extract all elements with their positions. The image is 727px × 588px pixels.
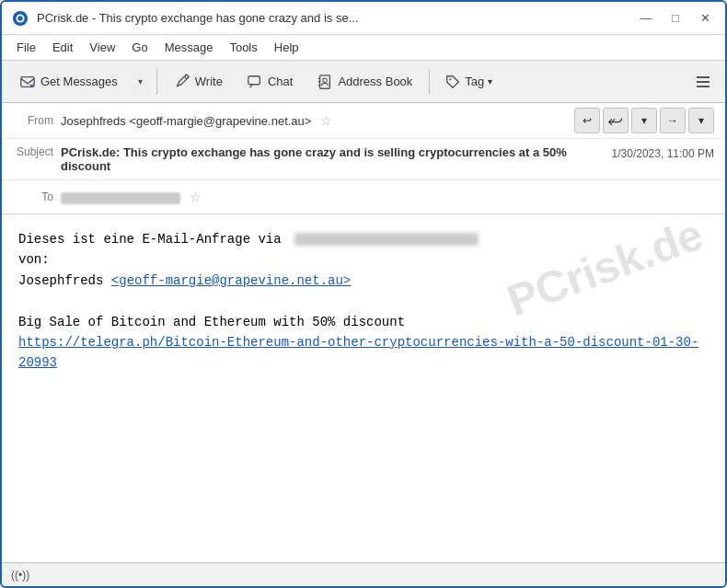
forward-button[interactable]: → (660, 108, 686, 133)
from-label: From (13, 114, 61, 127)
subject-text: PCrisk.de: This crypto exchange has gone… (61, 145, 567, 173)
to-star-icon[interactable]: ☆ (190, 190, 202, 204)
sender-email-link[interactable]: <geoff-margie@grapevine.net.au> (111, 273, 351, 288)
menu-view[interactable]: View (82, 38, 122, 57)
menu-bar: File Edit View Go Message Tools Help (2, 35, 725, 61)
from-actions: ↩ ▾ → ▾ (574, 108, 714, 133)
more-dropdown-button[interactable]: ▾ (631, 108, 657, 133)
subject-value: PCrisk.de: This crypto exchange has gone… (61, 145, 601, 173)
toolbar-sep-2 (429, 69, 430, 95)
app-icon (11, 9, 29, 28)
address-book-icon (317, 74, 333, 90)
connection-icon: ((•)) (11, 569, 29, 582)
write-button[interactable]: Write (164, 68, 233, 96)
address-book-label: Address Book (338, 75, 412, 88)
maximize-button[interactable]: □ (664, 7, 687, 29)
from-value: Josephfreds <geoff-margie@grapevine.net.… (61, 113, 574, 128)
get-messages-label: Get Messages (40, 75, 118, 88)
body-line4: Big Sale of Bitcoin and Ethereum with 50… (18, 312, 709, 332)
reply-all-button[interactable] (603, 108, 629, 133)
toolbar: Get Messages ▾ Write Chat (2, 61, 725, 103)
hamburger-button[interactable] (688, 67, 718, 97)
get-messages-icon (19, 74, 36, 90)
write-icon (174, 74, 190, 90)
menu-file[interactable]: File (9, 38, 43, 57)
tag-icon (444, 74, 461, 90)
to-row: To ☆ (2, 180, 725, 213)
from-row: From Josephfreds <geoff-margie@grapevine… (2, 103, 725, 139)
window-controls: — □ ✕ (635, 7, 716, 29)
date-value: 1/30/2023, 11:00 PM (612, 147, 714, 160)
reply-all-icon (608, 113, 623, 128)
email-body: PCrisk.de Dieses ist eine E-Mail-Anfrage… (2, 214, 725, 562)
status-bar: ((•)) (2, 562, 725, 586)
email-header: From Josephfreds <geoff-margie@grapevine… (2, 103, 725, 214)
body-line1: Dieses ist eine E-Mail-Anfrage via (18, 229, 709, 249)
menu-tools[interactable]: Tools (222, 38, 264, 57)
toolbar-sep-1 (156, 69, 157, 95)
svg-point-6 (323, 77, 328, 82)
blurred-url (294, 233, 479, 246)
get-messages-dropdown[interactable]: ▾ (132, 67, 150, 97)
chat-label: Chat (268, 75, 293, 88)
svg-point-2 (17, 16, 22, 20)
tag-dropdown-arrow: ▾ (488, 76, 492, 86)
forward-icon: → (667, 114, 678, 127)
tag-button[interactable]: Tag ▾ (436, 68, 501, 96)
main-window: PCrisk.de - This crypto exchange has gon… (0, 0, 727, 588)
get-messages-button[interactable]: Get Messages (9, 68, 128, 96)
minimize-button[interactable]: — (635, 7, 657, 29)
chat-button[interactable]: Chat (237, 68, 303, 96)
to-blurred (61, 192, 180, 204)
reply-icon: ↩ (583, 114, 592, 127)
svg-point-7 (450, 78, 452, 80)
body-line2: von: (18, 249, 709, 270)
body-blank (18, 291, 709, 311)
write-label: Write (195, 75, 223, 88)
reply-button[interactable]: ↩ (574, 108, 600, 133)
title-bar: PCrisk.de - This crypto exchange has gon… (2, 2, 725, 35)
subject-row: Subject PCrisk.de: This crypto exchange … (2, 139, 725, 180)
more-arrow-icon: ▾ (698, 114, 704, 127)
to-value: ☆ (61, 190, 714, 204)
crypto-link[interactable]: https://telegra.ph/Bitcoin-Ethereum-and-… (18, 335, 698, 370)
address-book-button[interactable]: Address Book (306, 68, 422, 96)
to-label: To (13, 190, 61, 203)
more-button[interactable]: ▾ (688, 108, 714, 133)
dropdown-arrow-icon: ▾ (641, 114, 647, 127)
menu-go[interactable]: Go (124, 38, 155, 57)
tag-label: Tag (465, 75, 484, 88)
star-icon[interactable]: ☆ (320, 113, 332, 128)
from-text: Josephfreds <geoff-margie@grapevine.net.… (61, 114, 311, 128)
chat-icon (247, 74, 263, 90)
window-title: PCrisk.de - This crypto exchange has gon… (37, 11, 635, 25)
menu-message[interactable]: Message (157, 38, 221, 57)
close-button[interactable]: ✕ (694, 7, 716, 29)
body-line5: https://telegra.ph/Bitcoin-Ethereum-and-… (18, 332, 709, 374)
hamburger-icon (694, 73, 712, 91)
svg-rect-4 (248, 75, 260, 84)
menu-edit[interactable]: Edit (45, 38, 80, 57)
subject-label: Subject (13, 145, 61, 158)
menu-help[interactable]: Help (267, 38, 306, 57)
body-line3: Josephfreds <geoff-margie@grapevine.net.… (18, 271, 709, 291)
